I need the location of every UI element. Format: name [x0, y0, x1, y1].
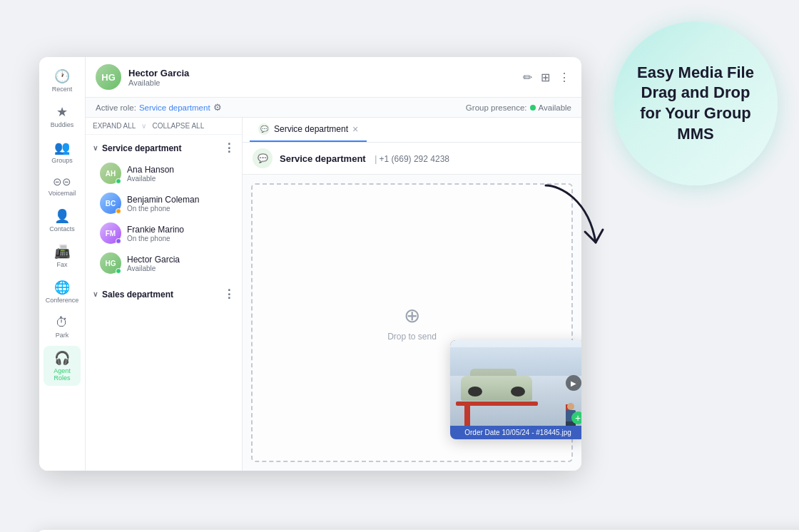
- contact-name-benjamin: Benjamin Coleman: [127, 195, 235, 205]
- contact-item-benjamin[interactable]: BC Benjamin Coleman On the phone: [86, 188, 242, 218]
- contact-info-frankie: Frankie Marino On the phone: [127, 225, 235, 242]
- drop-circle-icon: ⊕: [404, 304, 420, 327]
- group-name-service: Service department: [102, 143, 181, 153]
- contact-item-hector[interactable]: HG Hector Garcia Available: [86, 248, 242, 278]
- status-dot-benjamin: [116, 208, 121, 214]
- contact-info-ana: Ana Hanson Available: [127, 165, 235, 183]
- chevron-sales: ∨: [93, 290, 98, 298]
- chat-phone-number: +1 (669) 292 4238: [380, 154, 449, 164]
- user-avatar: HG: [96, 64, 121, 90]
- nav-label-groups: Groups: [51, 157, 73, 164]
- car-scene: ▶ +: [450, 340, 581, 426]
- chat-tab-service[interactable]: 💬 Service department ×: [250, 118, 367, 142]
- avatar-benjamin: BC: [100, 193, 121, 214]
- nav-item-voicemail[interactable]: ⊝⊝ Voicemail: [44, 171, 81, 201]
- image-preview: ▶ +: [450, 340, 581, 426]
- header-user-name: Hector Garcia: [128, 68, 514, 78]
- chat-header-icon: 💬: [253, 148, 273, 168]
- voicemail-icon: ⊝⊝: [53, 175, 71, 188]
- contact-info-benjamin: Benjamin Coleman On the phone: [127, 195, 235, 213]
- contact-status-benjamin: On the phone: [127, 205, 235, 213]
- image-caption: Order Date 10/05/24 - #18445.jpg: [450, 426, 581, 439]
- contacts-panel: EXPAND ALL ∨ COLLAPSE ALL ∨ Service depa…: [86, 118, 243, 471]
- group-section-sales: ∨ Sales department ⋮: [86, 281, 242, 307]
- presence-indicator: Group presence: Available: [466, 103, 571, 112]
- more-menu-icon[interactable]: ⋮: [557, 69, 571, 86]
- header-info: Hector Garcia Available: [128, 68, 514, 87]
- contact-info-hector: Hector Garcia Available: [127, 255, 235, 272]
- lift-leg-left: [464, 404, 470, 426]
- nav-label-voicemail: Voicemail: [49, 190, 76, 197]
- expand-all-btn[interactable]: EXPAND ALL: [93, 122, 136, 130]
- role-label: Active role:: [96, 103, 136, 112]
- group-more-icon-service[interactable]: ⋮: [223, 141, 235, 155]
- group-header-sales: ∨ Sales department ⋮: [86, 284, 242, 305]
- group-presence-label: Group presence:: [466, 103, 527, 112]
- tooltip-text: Easy Media File Drag and Drop for Your G…: [635, 63, 756, 144]
- play-button[interactable]: ▶: [566, 375, 581, 391]
- nav-label-agent-roles: Agent Roles: [49, 367, 75, 382]
- person-head: [567, 403, 574, 410]
- avatar-initials-frankie: FM: [106, 230, 116, 237]
- nav-item-groups[interactable]: 👥 Groups: [44, 135, 81, 168]
- arrow-svg: [531, 171, 617, 257]
- group-name-sales: Sales department: [102, 290, 173, 300]
- chat-header: 💬 Service department | +1 (669) 292 4238: [243, 143, 581, 175]
- contact-name-frankie: Frankie Marino: [127, 225, 235, 235]
- nav-item-park[interactable]: ⏱ Park: [44, 311, 81, 343]
- app-container: 🕐 Recent ★ Buddies 👥 Groups ⊝⊝ Voicemail…: [39, 57, 581, 471]
- nav-label-park: Park: [56, 332, 69, 339]
- nav-item-agent-roles[interactable]: 🎧 Agent Roles: [44, 346, 81, 386]
- nav-item-conference[interactable]: 🌐 Conference: [44, 275, 81, 308]
- nav-item-recent[interactable]: 🕐 Recent: [44, 64, 81, 97]
- user-header: HG Hector Garcia Available ✏ ⊞ ⋮: [86, 57, 581, 98]
- tooltip-bubble: Easy Media File Drag and Drop for Your G…: [614, 21, 778, 185]
- avatar-hector: HG: [100, 252, 121, 274]
- nav-label-contacts: Contacts: [49, 225, 75, 232]
- tab-close-service[interactable]: ×: [352, 123, 358, 135]
- chat-header-info: Service department | +1 (669) 292 4238: [280, 152, 571, 165]
- nav-label-fax: Fax: [56, 261, 67, 268]
- avatar-ana: AH: [100, 163, 121, 184]
- fax-icon: 📠: [54, 244, 70, 260]
- tab-label-service: Service department: [274, 124, 348, 134]
- nav-sidebar: 🕐 Recent ★ Buddies 👥 Groups ⊝⊝ Voicemail…: [39, 57, 86, 471]
- edit-icon[interactable]: ✏: [521, 69, 534, 86]
- header-actions: ✏ ⊞ ⋮: [521, 69, 571, 86]
- groups-icon: 👥: [54, 140, 70, 155]
- contacts-icon: 👤: [54, 208, 70, 224]
- group-more-icon-sales[interactable]: ⋮: [223, 287, 235, 301]
- collapse-all-btn[interactable]: COLLAPSE ALL: [152, 122, 204, 130]
- gear-icon[interactable]: ⚙: [213, 102, 222, 113]
- contact-status-hector: Available: [127, 265, 235, 272]
- contact-item-frankie[interactable]: FM Frankie Marino On the phone: [86, 218, 242, 248]
- role-link[interactable]: Service department: [139, 103, 210, 112]
- avatar-frankie: FM: [100, 222, 121, 244]
- chevron-service: ∨: [93, 144, 98, 152]
- lift-platform: [456, 401, 538, 406]
- contact-item-ana[interactable]: AH Ana Hanson Available: [86, 158, 242, 188]
- role-bar: Active role: Service department ⚙ Group …: [86, 98, 581, 118]
- car-body: [461, 376, 532, 401]
- header-user-status: Available: [128, 78, 514, 87]
- nav-item-contacts[interactable]: 👤 Contacts: [44, 204, 81, 237]
- drop-zone[interactable]: ⊕ Drop to send: [251, 183, 573, 462]
- nav-item-buddies[interactable]: ★ Buddies: [44, 100, 81, 133]
- nav-label-buddies: Buddies: [51, 121, 74, 128]
- status-dot-hector: [116, 268, 121, 274]
- expand-bar: EXPAND ALL ∨ COLLAPSE ALL: [86, 118, 242, 135]
- agent-roles-icon: 🎧: [54, 350, 70, 366]
- nav-label-conference: Conference: [46, 297, 79, 304]
- group-header-service: ∨ Service department ⋮: [86, 138, 242, 158]
- presence-dot: [530, 105, 536, 111]
- nav-item-fax[interactable]: 📠 Fax: [44, 240, 81, 272]
- buddies-icon: ★: [56, 104, 68, 120]
- status-dot-frankie: [116, 238, 121, 244]
- nav-label-recent: Recent: [52, 86, 73, 93]
- main-panel: HG Hector Garcia Available ✏ ⊞ ⋮ Active …: [86, 57, 581, 471]
- dragged-image-card: ▶ + Order Date 10/05/24 - #18445.jpg: [450, 340, 581, 439]
- avatar-initials-hector: HG: [106, 260, 116, 267]
- add-image-button[interactable]: +: [571, 411, 581, 424]
- grid-icon[interactable]: ⊞: [539, 69, 551, 86]
- contact-name-hector: Hector Garcia: [127, 255, 235, 265]
